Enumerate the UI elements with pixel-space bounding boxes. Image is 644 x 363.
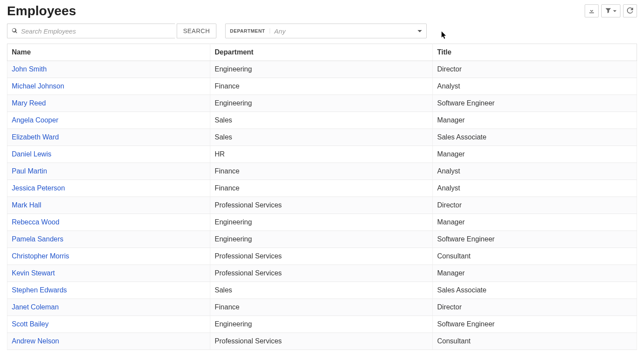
cell-title: Software Engineer xyxy=(433,316,637,333)
filters-row: SEARCH DEPARTMENT Any xyxy=(7,24,637,38)
col-header-name[interactable]: Name xyxy=(7,44,210,61)
table-row: John SmithEngineeringDirector xyxy=(7,61,637,78)
cell-department: Engineering xyxy=(210,231,433,248)
employee-link[interactable]: Daniel Lewis xyxy=(12,150,51,158)
search-input[interactable] xyxy=(20,27,171,35)
table-row: Elizabeth WardSalesSales Associate xyxy=(7,129,637,146)
cell-department: Sales xyxy=(210,112,433,129)
cell-name: John Smith xyxy=(7,61,210,78)
employee-link[interactable]: Mark Hall xyxy=(12,201,41,209)
cell-name: Mark Hall xyxy=(7,197,210,214)
employee-link[interactable]: John Smith xyxy=(12,65,47,73)
caret-down-icon xyxy=(418,27,422,35)
cell-title: Manager xyxy=(433,265,637,282)
cell-department: Engineering xyxy=(210,316,433,333)
employee-link[interactable]: Mary Reed xyxy=(12,99,46,107)
employee-link[interactable]: Pamela Sanders xyxy=(12,235,63,243)
table-row: Mary ReedEngineeringSoftware Engineer xyxy=(7,95,637,112)
employee-link[interactable]: Kevin Stewart xyxy=(12,269,55,277)
cell-title: Software Engineer xyxy=(433,95,637,112)
table-row: Jessica PetersonFinanceAnalyst xyxy=(7,180,637,197)
employee-link[interactable]: Michael Johnson xyxy=(12,82,64,90)
cell-department: Professional Services xyxy=(210,248,433,265)
employee-link[interactable]: Janet Coleman xyxy=(12,303,59,311)
employee-link[interactable]: Elizabeth Ward xyxy=(12,133,59,141)
cell-department: Sales xyxy=(210,129,433,146)
caret-down-icon xyxy=(613,8,617,14)
cell-department: Finance xyxy=(210,180,433,197)
employee-link[interactable]: Scott Bailey xyxy=(12,320,48,328)
cell-name: Kevin Stewart xyxy=(7,265,210,282)
employee-link[interactable]: Rebecca Wood xyxy=(12,218,59,226)
cell-title: Software Engineer xyxy=(433,231,637,248)
filter-button[interactable] xyxy=(601,4,620,17)
table-row: Christopher MorrisProfessional ServicesC… xyxy=(7,248,637,265)
cell-department: Finance xyxy=(210,163,433,180)
cell-title: Director xyxy=(433,197,637,214)
cell-department: Professional Services xyxy=(210,265,433,282)
filter-icon xyxy=(605,7,611,15)
cell-department: Sales xyxy=(210,282,433,299)
department-filter-label: DEPARTMENT xyxy=(230,28,270,34)
table-row: Kevin StewartProfessional ServicesManage… xyxy=(7,265,637,282)
table-row: Stephen EdwardsSalesSales Associate xyxy=(7,282,637,299)
employee-link[interactable]: Jessica Peterson xyxy=(12,184,65,192)
employee-link[interactable]: Christopher Morris xyxy=(12,252,69,260)
employee-link[interactable]: Angela Cooper xyxy=(12,116,58,124)
employee-link[interactable]: Stephen Edwards xyxy=(12,286,67,294)
table-row: Angela CooperSalesManager xyxy=(7,112,637,129)
cell-department: Professional Services xyxy=(210,333,433,350)
cell-name: Daniel Lewis xyxy=(7,146,210,163)
refresh-button[interactable] xyxy=(623,4,637,17)
cell-name: Angela Cooper xyxy=(7,112,210,129)
table-row: Scott BaileyEngineeringSoftware Engineer xyxy=(7,316,637,333)
cell-title: Director xyxy=(433,61,637,78)
table-row: Andrew NelsonProfessional ServicesConsul… xyxy=(7,333,637,350)
download-icon xyxy=(589,7,595,15)
download-button[interactable] xyxy=(585,4,599,17)
cell-department: Professional Services xyxy=(210,197,433,214)
cell-title: Manager xyxy=(433,214,637,231)
cell-department: HR xyxy=(210,146,433,163)
cell-title: Sales Associate xyxy=(433,282,637,299)
table-row: Pamela SandersEngineeringSoftware Engine… xyxy=(7,231,637,248)
cell-name: Scott Bailey xyxy=(7,316,210,333)
cell-title: Director xyxy=(433,299,637,316)
table-row: Paul MartinFinanceAnalyst xyxy=(7,163,637,180)
cell-title: Consultant xyxy=(433,248,637,265)
department-filter[interactable]: DEPARTMENT Any xyxy=(225,24,427,38)
col-header-title[interactable]: Title xyxy=(433,44,637,61)
employee-link[interactable]: Andrew Nelson xyxy=(12,337,59,345)
cell-name: Paul Martin xyxy=(7,163,210,180)
employees-table: Name Department Title John SmithEngineer… xyxy=(7,44,637,350)
cell-name: Jessica Peterson xyxy=(7,180,210,197)
cell-title: Sales Associate xyxy=(433,129,637,146)
table-row: Daniel LewisHRManager xyxy=(7,146,637,163)
cell-name: Andrew Nelson xyxy=(7,333,210,350)
table-body: John SmithEngineeringDirectorMichael Joh… xyxy=(7,61,637,350)
cell-name: Elizabeth Ward xyxy=(7,129,210,146)
table-header: Name Department Title xyxy=(7,44,637,61)
table-row: Michael JohnsonFinanceAnalyst xyxy=(7,78,637,95)
cell-name: Rebecca Wood xyxy=(7,214,210,231)
refresh-icon xyxy=(627,7,633,15)
cell-department: Engineering xyxy=(210,61,433,78)
cell-department: Finance xyxy=(210,78,433,95)
cell-name: Pamela Sanders xyxy=(7,231,210,248)
cell-title: Manager xyxy=(433,112,637,129)
cell-title: Analyst xyxy=(433,163,637,180)
search-button[interactable]: SEARCH xyxy=(177,24,216,38)
cell-name: Janet Coleman xyxy=(7,299,210,316)
cell-title: Analyst xyxy=(433,180,637,197)
col-header-dept[interactable]: Department xyxy=(210,44,433,61)
employee-link[interactable]: Paul Martin xyxy=(12,167,47,175)
cell-name: Stephen Edwards xyxy=(7,282,210,299)
cell-department: Engineering xyxy=(210,95,433,112)
table-row: Rebecca WoodEngineeringManager xyxy=(7,214,637,231)
search-group: SEARCH xyxy=(7,24,216,38)
department-filter-value: Any xyxy=(274,27,418,35)
cell-name: Christopher Morris xyxy=(7,248,210,265)
cell-name: Michael Johnson xyxy=(7,78,210,95)
page-header: Employees xyxy=(7,3,637,18)
cell-name: Mary Reed xyxy=(7,95,210,112)
